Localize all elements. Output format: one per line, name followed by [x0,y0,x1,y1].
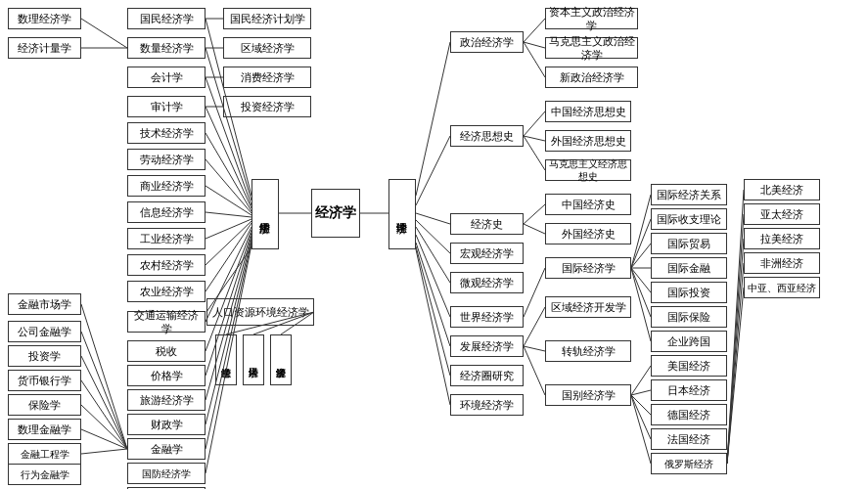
france-economics-node: 法国经济 [651,428,727,450]
china-econ-history-node: 中国经济史 [545,194,631,215]
resources-node: 资源经济学 [270,334,292,385]
regional-dev-economics-node: 区域经济开发学 [545,296,631,318]
intl-econ-relations-node: 国际经济关系 [651,184,727,205]
monetary-banking-node: 货币银行学 [8,370,81,391]
econometrics-node: 经济计量学 [8,37,81,59]
macro-economics-node: 宏观经济学 [450,243,524,264]
russia-economics-node: 俄罗斯经济 [651,453,727,474]
applied-economics-node: 应用经济学 [251,179,279,249]
development-economics-node: 发展经济学 [450,335,524,357]
intl-insurance-node: 国际保险 [651,306,727,328]
labor-economics-node: 劳动经济学 [127,149,206,170]
math-economics-node: 数理经济学 [8,8,81,29]
africa-economics-node: 非洲经济 [744,252,820,274]
financial-engineering-node: 金融工程学 [8,443,81,465]
econ-history-node: 经济史 [450,213,524,235]
audit-node: 审计学 [127,96,206,117]
behavioral-finance-node: 行为金融学 [8,464,81,485]
capitalist-political-econ-node: 资本主义政治经济学 [545,8,638,29]
finance-node: 财政学 [127,414,206,435]
germany-economics-node: 德国经济 [651,404,727,425]
quantity-economics-node: 数量经济学 [127,37,206,59]
environmental-economics-node: 环境经济学 [450,394,524,416]
agriculture-economics-node: 农业经济学 [127,281,206,302]
foreign-econ-history-node: 外国经济史 [545,223,631,244]
tax-node: 税收 [127,340,206,362]
financial-market-node: 金融市场学 [8,293,81,315]
enterprise-cross-node: 企业跨国 [651,331,727,352]
country-economics-node: 国别经济学 [545,384,631,406]
china-econ-thought-history-node: 中国经济思想史 [545,101,631,122]
intl-trade-node: 国际贸易 [651,233,727,254]
transitional-economics-node: 转轨经济学 [545,340,631,362]
rural-economics-node: 农村经济学 [127,254,206,276]
accounting-node: 会计学 [127,67,206,88]
commercial-economics-node: 商业经济学 [127,175,206,197]
price-node: 价格学 [127,365,206,386]
latam-economics-node: 拉美经济 [744,228,820,249]
us-economics-node: 美国经济 [651,355,727,377]
econ-circle-node: 经济圈研究 [450,365,524,386]
econ-thought-history-node: 经济思想史 [450,125,524,147]
foreign-econ-thought-history-node: 外国经济思想史 [545,130,631,152]
intl-economics-node: 国际经济学 [545,257,631,279]
tourism-economics-node: 旅游经济学 [127,389,206,411]
marxist-econ-thought-node: 马克思主义经济思想史 [545,159,631,181]
marxist-political-econ-node: 马克思主义政治经济学 [545,37,638,59]
nat-econ-plan-node: 国民经济计划学 [223,8,311,29]
northamerica-econ2-node: 北美经济 [744,179,820,200]
world-economics-node: 世界经济学 [450,306,524,328]
intl-income-theory-node: 国际收支理论 [651,208,727,230]
regional-economics-node: 区域经济学 [223,37,311,59]
micro-economics-node: 微观经济学 [450,272,524,293]
corporate-finance-node: 公司金融学 [8,321,81,342]
tech-economics-node: 技术经济学 [127,122,206,144]
theory-economics-node: 理论经济学 [388,179,416,249]
population-resources-node: 人口资源环境经济学 [206,298,314,326]
investment-node: 投资学 [8,345,81,367]
info-economics-node: 信息经济学 [127,201,206,223]
japan-economics-node: 日本经济 [651,379,727,401]
insurance-node: 保险学 [8,394,81,416]
defense-economics-node: 国防经济学 [127,463,206,484]
centralasia-economics-node: 中亚、西亚经济 [744,277,820,298]
investment-economics-node: 投资经济学 [223,96,311,117]
intl-finance-node: 国际金融 [651,257,727,279]
ecology-node: 生态经济学 [215,334,237,385]
transport-economics-node: 交通运输经济学 [127,311,206,333]
asiapacific-economics-node: 亚太经济 [744,203,820,225]
math-finance-node: 数理金融学 [8,419,81,440]
new-political-econ-node: 新政治经济学 [545,67,638,88]
consumer-economics-node: 消费经济学 [223,67,311,88]
intl-investment-node: 国际投资 [651,282,727,303]
political-economics-node: 政治经济学 [450,31,524,53]
industry-economics-node: 工业经济学 [127,228,206,249]
population-node: 人口经济学 [243,334,264,385]
financial-node: 金融学 [127,438,206,460]
national-economics-node: 国民经济学 [127,8,206,29]
center-node: 经济学 [311,189,360,238]
